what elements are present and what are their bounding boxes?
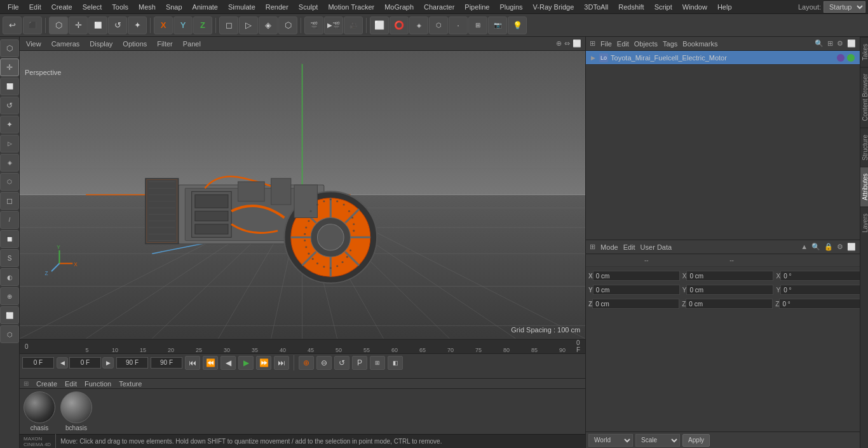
attr-settings-icon[interactable]: ⚙ xyxy=(837,243,843,251)
sidebar-btn16[interactable]: ⬡ xyxy=(0,325,19,343)
poly-view-button[interactable]: ◈ xyxy=(409,17,428,34)
attr-up-icon[interactable]: ▲ xyxy=(801,243,808,251)
cube-view-button[interactable]: ⬜ xyxy=(370,17,389,34)
sidebar-transform-btn[interactable]: ✦ xyxy=(0,116,19,133)
menu-edit[interactable]: Edit xyxy=(24,2,46,12)
goto-start-btn[interactable]: ⏮ xyxy=(185,356,200,370)
bchasis-sphere[interactable] xyxy=(60,391,92,423)
z-axis-button[interactable]: Z xyxy=(193,17,212,34)
menu-animate[interactable]: Animate xyxy=(187,2,223,12)
sidebar-btn12[interactable]: S xyxy=(0,249,19,267)
viewport-nav-panel[interactable]: Panel xyxy=(180,39,203,49)
object-objects-btn[interactable]: Objects xyxy=(634,40,658,48)
menu-file[interactable]: File xyxy=(3,2,24,12)
render-play-button[interactable]: ▶🎬 xyxy=(324,17,343,34)
viewport-nav-display[interactable]: Display xyxy=(87,39,115,49)
goto-end-btn[interactable]: ⏭ xyxy=(274,356,289,370)
expand-icon[interactable]: ⬜ xyxy=(847,39,856,48)
viewport-3d[interactable]: X Y Z Perspective Grid Spacing : 100 cm xyxy=(20,51,585,339)
material-bchasis[interactable]: bchasis xyxy=(60,391,92,431)
attr-expand-icon[interactable]: ⬜ xyxy=(847,243,856,251)
takes-tab[interactable]: Takes xyxy=(860,37,868,67)
menu-mesh[interactable]: Mesh xyxy=(133,2,161,12)
step-back-btn[interactable]: ⏪ xyxy=(203,356,218,370)
start-frame-input[interactable] xyxy=(22,357,54,369)
menu-window[interactable]: Window xyxy=(677,2,712,12)
menu-3dtoall[interactable]: 3DToAll xyxy=(579,2,613,12)
viewport-nav-options[interactable]: Options xyxy=(120,39,149,49)
menu-simulate[interactable]: Simulate xyxy=(223,2,261,12)
x-rot-field[interactable] xyxy=(780,271,860,281)
camera-btn[interactable]: 📷 xyxy=(488,17,507,34)
object-item-toyota[interactable]: ▶ Lo Toyota_Mirai_Fuelcell_Electric_Moto… xyxy=(586,51,860,65)
settings-icon[interactable]: ⚙ xyxy=(837,39,843,48)
transform-tool-button[interactable]: ✦ xyxy=(128,17,147,34)
x-pos-field2[interactable] xyxy=(686,271,773,281)
menu-script[interactable]: Script xyxy=(649,2,677,12)
menu-pipeline[interactable]: Pipeline xyxy=(459,2,494,12)
step-fwd-btn[interactable]: ⏩ xyxy=(256,356,271,370)
end-frame-input2[interactable] xyxy=(151,357,182,369)
sidebar-btn6[interactable]: ▷ xyxy=(0,135,19,153)
select-tool-button[interactable]: ⬡ xyxy=(49,17,68,34)
undo-button[interactable]: ↩ xyxy=(3,17,22,34)
play-tool-button[interactable]: ▷ xyxy=(239,17,258,34)
object-file-btn[interactable]: File xyxy=(600,40,612,48)
sphere-view-button[interactable]: ⭕ xyxy=(390,17,409,34)
viewport-nav-cameras[interactable]: Cameras xyxy=(49,39,83,49)
next-frame-btn[interactable]: ▶ xyxy=(102,357,114,369)
object-bookmarks-btn[interactable]: Bookmarks xyxy=(682,40,717,48)
sidebar-btn14[interactable]: ⊕ xyxy=(0,287,19,305)
vis-dot-2[interactable] xyxy=(847,54,855,62)
y-pos-field[interactable] xyxy=(593,285,680,295)
z-pos-field[interactable] xyxy=(592,299,679,309)
menu-select[interactable]: Select xyxy=(78,2,107,12)
end-frame-input1[interactable] xyxy=(116,357,148,369)
attr-search-icon[interactable]: 🔍 xyxy=(811,243,820,251)
attr-edit-btn[interactable]: Edit xyxy=(623,243,635,251)
keyframe-btn5[interactable]: ⊞ xyxy=(370,356,385,370)
dot-view-button[interactable]: · xyxy=(449,17,468,34)
z-pos-field2[interactable] xyxy=(686,299,773,309)
current-frame-input[interactable] xyxy=(69,357,101,369)
move-tool-button[interactable]: ✛ xyxy=(69,17,88,34)
prev-frame-btn[interactable]: ◀ xyxy=(57,357,68,369)
attr-lock-icon[interactable]: 🔒 xyxy=(824,243,833,251)
play-rev-btn[interactable]: ◀ xyxy=(220,356,236,370)
sidebar-btn9[interactable]: ◻ xyxy=(0,192,19,210)
sidebar-select-btn[interactable]: ⬡ xyxy=(0,39,19,57)
sidebar-btn10[interactable]: / xyxy=(0,211,19,229)
keyframe-btn3[interactable]: ↺ xyxy=(334,356,349,370)
sidebar-btn11[interactable]: 🔲 xyxy=(0,230,19,248)
sidebar-move-btn[interactable]: ✛ xyxy=(0,58,19,76)
menu-render[interactable]: Render xyxy=(261,2,294,12)
sidebar-btn7[interactable]: ◈ xyxy=(0,154,19,172)
material-edit-btn[interactable]: Edit xyxy=(65,380,77,388)
sidebar-scale-btn[interactable]: ⬜ xyxy=(0,78,19,95)
viewport-nav-view[interactable]: View xyxy=(24,39,44,49)
scale-tool-button[interactable]: ⬜ xyxy=(88,17,107,34)
material-chasis[interactable]: chasis xyxy=(24,391,55,431)
sidebar-btn15[interactable]: ⬜ xyxy=(0,306,19,324)
attr-userdata-btn[interactable]: User Data xyxy=(641,243,672,251)
grid-btn2[interactable]: ⊞ xyxy=(468,17,487,34)
x-axis-button[interactable]: X xyxy=(154,17,173,34)
y-pos-field2[interactable] xyxy=(686,285,773,295)
x-pos-field[interactable] xyxy=(593,271,680,281)
grid-view-button[interactable]: ⬡ xyxy=(429,17,448,34)
attributes-tab[interactable]: Attributes xyxy=(860,166,868,207)
content-browser-tab[interactable]: Content Browser xyxy=(860,67,868,127)
rotate-tool-button[interactable]: ↺ xyxy=(108,17,127,34)
diamond-tool-button[interactable]: ◈ xyxy=(259,17,278,34)
layers-tab[interactable]: Layers xyxy=(860,207,868,239)
vis-dot-1[interactable] xyxy=(837,54,844,62)
coord-system-dropdown[interactable]: World xyxy=(588,434,633,447)
viewport-lock-icon[interactable]: ⊕ xyxy=(556,39,562,48)
menu-create[interactable]: Create xyxy=(46,2,78,12)
sidebar-btn8[interactable]: ⬡ xyxy=(0,173,19,191)
attr-mode-btn[interactable]: Mode xyxy=(600,243,618,251)
menu-mograph[interactable]: MoGraph xyxy=(379,2,419,12)
keyframe-btn4[interactable]: P xyxy=(352,356,367,370)
menu-help[interactable]: Help xyxy=(712,2,737,12)
redo-button[interactable]: ⬛ xyxy=(23,17,42,34)
